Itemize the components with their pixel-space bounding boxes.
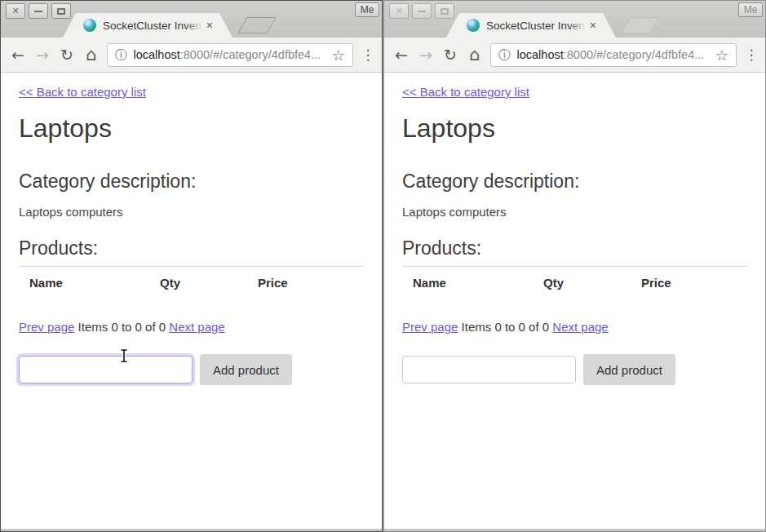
products-heading: Products:	[19, 237, 364, 259]
browser-toolbar: ← → ↻ ⌂ ⓘ localhost:8000/#/category/4dfb…	[384, 38, 765, 73]
url-host: localhost	[134, 48, 180, 61]
home-icon[interactable]: ⌂	[463, 45, 487, 64]
column-header-name: Name	[402, 276, 533, 290]
info-icon[interactable]: ⓘ	[115, 47, 127, 63]
url-bar[interactable]: ⓘ localhost:8000/#/category/4dfbfe4... ☆	[490, 43, 737, 67]
url-host: localhost	[517, 48, 564, 61]
profile-button[interactable]: Me	[738, 2, 763, 17]
prev-page-link[interactable]: Prev page	[402, 320, 458, 334]
pagination: Prev page Items 0 to 0 of 0 Next page	[19, 320, 364, 334]
home-icon[interactable]: ⌂	[79, 45, 104, 64]
next-page-link[interactable]: Next page	[169, 320, 224, 334]
products-divider	[402, 266, 747, 267]
favicon-icon	[467, 19, 480, 32]
prev-page-link[interactable]: Prev page	[19, 320, 74, 334]
titlebar: ✕ Me SocketCluster Inven ×	[384, 1, 765, 38]
browser-toolbar: ← → ↻ ⌂ ⓘ localhost:8000/#/category/4dfb…	[1, 38, 382, 73]
url-text[interactable]: localhost:8000/#/category/4dfbfe4...	[517, 48, 711, 61]
window-controls: ✕	[6, 3, 71, 19]
add-product-row: Add product	[19, 354, 364, 385]
category-description-text: Laptops computers	[402, 205, 747, 219]
info-icon[interactable]: ⓘ	[498, 47, 511, 63]
new-tab-button[interactable]	[621, 17, 660, 33]
pagination: Prev page Items 0 to 0 of 0 Next page	[402, 320, 747, 334]
window-controls: ✕	[389, 3, 454, 19]
titlebar: ✕ Me SocketCluster Inven ×	[1, 1, 382, 38]
profile-button[interactable]: Me	[355, 2, 379, 17]
maximize-icon[interactable]	[51, 3, 71, 19]
category-description-heading: Category description:	[19, 171, 364, 193]
url-bar[interactable]: ⓘ localhost:8000/#/category/4dfbfe4... ☆	[107, 43, 353, 67]
new-product-input[interactable]	[402, 356, 576, 383]
column-header-qty: Qty	[149, 276, 247, 290]
forward-icon: →	[30, 46, 55, 64]
pagination-status: Items 0 to 0 of 0	[458, 320, 552, 334]
reload-icon[interactable]: ↻	[438, 46, 463, 64]
column-header-price: Price	[247, 276, 364, 290]
url-text[interactable]: localhost:8000/#/category/4dfbfe4...	[134, 48, 327, 61]
products-table-header: Name Qty Price	[19, 276, 364, 290]
new-tab-button[interactable]	[237, 17, 277, 33]
column-header-price: Price	[631, 276, 747, 290]
back-to-category-link[interactable]: << Back to category list	[402, 85, 529, 99]
products-divider	[19, 266, 364, 267]
browser-window-left: ✕ Me SocketCluster Inven × ← → ↻ ⌂ ⓘ loc…	[0, 0, 383, 532]
minimize-icon[interactable]	[412, 3, 432, 19]
favicon-icon	[83, 19, 96, 32]
tab-close-icon[interactable]: ×	[590, 20, 596, 31]
tab-socketcluster[interactable]: SocketCluster Inven ×	[63, 13, 232, 38]
tab-close-icon[interactable]: ×	[206, 20, 213, 31]
close-icon[interactable]: ✕	[389, 3, 409, 19]
add-product-button[interactable]: Add product	[583, 354, 675, 385]
category-description-heading: Category description:	[402, 171, 747, 193]
page-title: Laptops	[19, 113, 364, 144]
back-icon[interactable]: ←	[389, 46, 414, 64]
add-product-row: Add product	[402, 354, 747, 385]
bookmark-star-icon[interactable]: ☆	[332, 47, 345, 64]
new-product-input[interactable]	[19, 356, 193, 383]
menu-dots-icon[interactable]: ⋮	[742, 47, 760, 63]
column-header-name: Name	[19, 276, 149, 290]
bookmark-star-icon[interactable]: ☆	[715, 47, 728, 64]
category-description-text: Laptops computers	[19, 205, 364, 219]
url-path: :8000/#/category/4dfbfe4...	[564, 48, 705, 61]
url-path: :8000/#/category/4dfbfe4...	[180, 48, 321, 61]
page-content: << Back to category list Laptops Categor…	[1, 73, 382, 529]
maximize-icon[interactable]	[435, 3, 454, 19]
tab-title: SocketCluster Inven	[486, 20, 587, 32]
next-page-link[interactable]: Next page	[552, 320, 608, 334]
reload-icon[interactable]: ↻	[55, 46, 79, 64]
products-table-header: Name Qty Price	[402, 276, 747, 290]
menu-dots-icon[interactable]: ⋮	[359, 47, 377, 63]
browser-window-right: ✕ Me SocketCluster Inven × ← → ↻ ⌂ ⓘ loc…	[383, 0, 766, 532]
column-header-qty: Qty	[533, 276, 631, 290]
back-icon[interactable]: ←	[6, 46, 30, 64]
page-content: << Back to category list Laptops Categor…	[384, 73, 765, 529]
products-heading: Products:	[402, 237, 747, 259]
forward-icon: →	[414, 46, 438, 64]
pagination-status: Items 0 to 0 of 0	[74, 320, 169, 334]
tab-title: SocketCluster Inven	[103, 20, 203, 32]
minimize-icon[interactable]	[29, 3, 48, 19]
page-title: Laptops	[402, 113, 747, 144]
close-icon[interactable]: ✕	[6, 3, 25, 19]
back-to-category-link[interactable]: << Back to category list	[19, 85, 146, 99]
tab-socketcluster[interactable]: SocketCluster Inven ×	[446, 13, 616, 38]
add-product-button[interactable]: Add product	[200, 354, 292, 385]
